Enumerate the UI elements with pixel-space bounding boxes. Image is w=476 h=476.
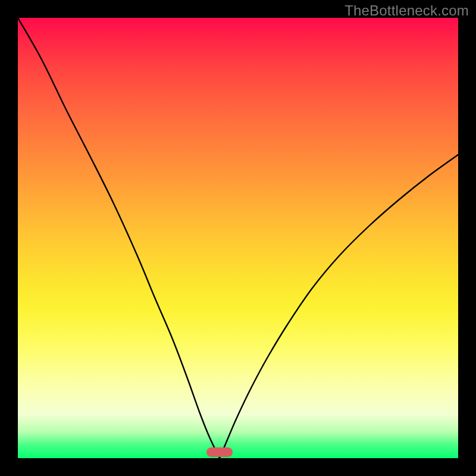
chart-frame: TheBottleneck.com <box>0 0 476 476</box>
right-curve <box>220 155 458 458</box>
left-curve <box>18 18 220 458</box>
bottleneck-marker <box>206 447 233 457</box>
curves-svg <box>18 18 458 458</box>
plot-area <box>18 18 458 458</box>
watermark-text: TheBottleneck.com <box>345 2 469 19</box>
